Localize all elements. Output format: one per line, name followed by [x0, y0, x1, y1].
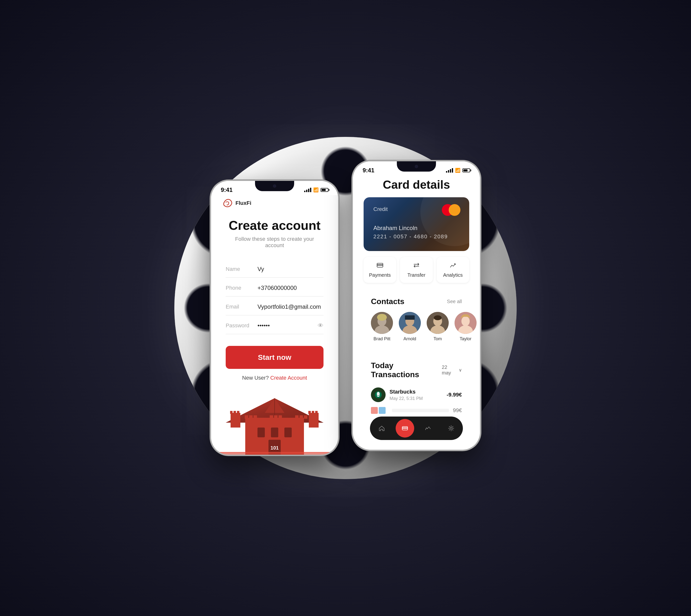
svg-rect-18 — [249, 415, 253, 419]
name-label: Name — [226, 266, 257, 272]
contacts-header: Contacts See all — [371, 297, 462, 306]
svg-rect-14 — [284, 427, 292, 437]
nav-card-button[interactable] — [396, 419, 414, 438]
transaction-starbucks-info: Starbucks May 22, 5:31 PM — [389, 389, 443, 401]
contact-taylor[interactable]: Taylor — [455, 312, 477, 342]
status-time-2: 9:41 — [363, 167, 374, 174]
card-holder-name: Abraham Lincoln — [373, 225, 459, 232]
phone-notch-1 — [255, 181, 294, 191]
transaction-partial: 99€ — [371, 404, 462, 416]
svg-rect-21 — [274, 415, 278, 419]
credit-card: Credit Abraham Lincoln 2221 - 0057 - 468… — [364, 197, 469, 251]
card-details-title: Card details — [364, 178, 469, 192]
payments-icon — [366, 262, 394, 270]
svg-rect-8 — [308, 411, 311, 414]
analytics-button[interactable]: Analytics — [437, 257, 469, 283]
building-image: 101 — [211, 393, 338, 455]
starbucks-logo — [371, 388, 386, 402]
create-account-link[interactable]: Create Account — [270, 375, 307, 381]
payments-button[interactable]: Payments — [364, 257, 396, 283]
email-value[interactable]: Vyportfolio1@gmail.com — [257, 303, 324, 310]
transfer-button[interactable]: Transfer — [400, 257, 433, 283]
svg-rect-20 — [270, 415, 273, 419]
svg-text:101: 101 — [271, 445, 279, 450]
svg-point-50 — [450, 427, 452, 429]
svg-rect-23 — [295, 415, 299, 419]
svg-rect-25 — [304, 415, 307, 419]
form-area: Create account Follow these steps to cre… — [211, 214, 338, 393]
form-subtitle: Follow these steps to create your accoun… — [226, 236, 324, 248]
password-toggle-icon[interactable]: 👁 — [318, 322, 324, 329]
transactions-section: Today Transactions 22 may ∨ — [364, 354, 469, 423]
transaction-color-blocks — [371, 407, 386, 414]
contact-name-tom: Tom — [433, 336, 442, 342]
partial-amount: 99€ — [453, 407, 462, 414]
transaction-starbucks-date: May 22, 5:31 PM — [389, 396, 443, 401]
contact-tom[interactable]: Tom — [427, 312, 449, 342]
status-time-1: 9:41 — [221, 186, 233, 193]
logo-icon — [222, 198, 233, 209]
new-user-section: New User? Create Account — [226, 375, 324, 381]
svg-marker-47 — [377, 395, 380, 397]
svg-rect-26 — [211, 452, 338, 455]
date-chevron-icon: ∨ — [459, 368, 462, 373]
svg-rect-5 — [230, 411, 233, 414]
svg-rect-12 — [257, 427, 265, 437]
svg-rect-28 — [377, 264, 383, 265]
start-now-button[interactable]: Start now — [226, 346, 324, 369]
password-value[interactable]: •••••• — [257, 322, 318, 329]
email-field[interactable]: Email Vyportfolio1@gmail.com — [226, 299, 324, 315]
signal-icon-2 — [446, 168, 453, 173]
phone-notch-2 — [397, 161, 436, 172]
password-label: Password — [226, 323, 257, 329]
form-title: Create account — [226, 219, 324, 233]
scene: 9:41 📶 — [0, 0, 691, 616]
card-details-header: Card details — [353, 176, 480, 197]
svg-rect-9 — [312, 411, 314, 414]
contact-arnold[interactable]: Arnold — [399, 312, 421, 342]
contact-name-taylor: Taylor — [460, 336, 471, 342]
svg-rect-49 — [402, 427, 408, 428]
svg-rect-7 — [237, 411, 239, 414]
svg-rect-13 — [271, 427, 278, 437]
contacts-section: Contacts See all — [364, 290, 469, 348]
email-label: Email — [226, 304, 257, 310]
analytics-label: Analytics — [443, 272, 462, 278]
battery-icon-1 — [321, 188, 328, 192]
logo-text: FluxFi — [236, 200, 251, 206]
name-value[interactable]: Vy — [257, 266, 324, 272]
transfer-icon — [403, 262, 430, 270]
phone-value[interactable]: +37060000000 — [257, 285, 324, 291]
wifi-icon-1: 📶 — [313, 187, 319, 193]
svg-rect-3 — [231, 413, 240, 427]
contacts-title: Contacts — [371, 297, 405, 306]
password-field[interactable]: Password •••••• 👁 — [226, 317, 324, 334]
transactions-date: 22 may ∨ — [442, 365, 462, 376]
svg-point-32 — [377, 314, 387, 321]
app-header-1: FluxFi — [211, 195, 338, 214]
transaction-starbucks[interactable]: Starbucks May 22, 5:31 PM -9.99€ — [371, 385, 462, 404]
svg-rect-10 — [315, 411, 318, 414]
nav-settings-button[interactable] — [442, 419, 460, 438]
status-icons-2: 📶 — [446, 168, 470, 173]
transactions-header: Today Transactions 22 may ∨ — [371, 361, 462, 379]
transfer-label: Transfer — [407, 272, 426, 278]
svg-point-40 — [434, 315, 441, 320]
new-user-label: New User? — [242, 375, 269, 381]
contact-brad-pitt[interactable]: Brad Pitt — [371, 312, 393, 342]
battery-icon-2 — [462, 169, 470, 172]
card-number: 2221 - 0057 - 4680 - 2089 — [373, 234, 459, 240]
logo: FluxFi — [222, 198, 327, 209]
svg-rect-4 — [309, 413, 319, 427]
see-all-contacts[interactable]: See all — [447, 299, 462, 304]
phone-field[interactable]: Phone +37060000000 — [226, 280, 324, 296]
nav-activity-button[interactable] — [418, 419, 437, 438]
avatar-arnold — [399, 312, 421, 334]
contacts-list: Brad Pitt — [371, 312, 462, 342]
phone-label: Phone — [226, 285, 257, 291]
transactions-title: Today Transactions — [371, 361, 442, 379]
nav-home-button[interactable] — [372, 419, 391, 438]
phones-container: 9:41 📶 — [211, 161, 480, 455]
name-field[interactable]: Name Vy — [226, 261, 324, 278]
avatar-brad-pitt — [371, 312, 393, 334]
